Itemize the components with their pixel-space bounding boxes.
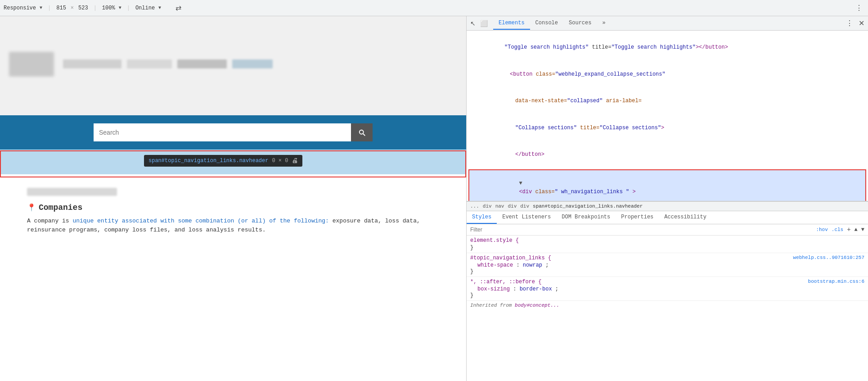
breadcrumb-ellipsis[interactable]: ... (470, 204, 479, 209)
styles-cls-button[interactable]: .cls (832, 227, 843, 232)
breadcrumb-div2[interactable]: div (508, 204, 517, 209)
devtools-close-button[interactable]: ✕ (857, 18, 866, 28)
selected-element-block: ▼ <div class=" wh_navigation_links " > .… (468, 169, 866, 201)
styles-filter-input[interactable] (470, 227, 812, 233)
toolbar-right: ⋮ (854, 3, 864, 13)
styles-panel-wrapper: Styles Event Listeners DOM Breakpoints P… (467, 211, 868, 381)
element-tooltip: span#topic_navigation_links.navheader 0 … (144, 155, 302, 167)
search-icon (358, 128, 366, 136)
preview-top-navigation (0, 16, 466, 115)
blurred-nav-4 (232, 59, 273, 68)
search-button[interactable] (351, 123, 373, 141)
preview-inner: span#topic_navigation_links.navheader 0 … (0, 16, 466, 381)
styles-scroll-down[interactable]: ▼ (861, 227, 864, 233)
breadcrumb-div1[interactable]: div (483, 204, 492, 209)
breadcrumb-nav[interactable]: nav (495, 204, 504, 209)
css-rule-header-universal: *, ::after, ::before { bootstrap.min.css… (470, 279, 864, 286)
css-rule-universal: *, ::after, ::before { bootstrap.min.css… (467, 277, 868, 301)
device-icon[interactable]: ⬜ (478, 18, 490, 29)
css-rules-panel: element.style { } #topic_navigation_link… (467, 236, 868, 381)
html-line[interactable]: "Toggle search highlights" title="Toggle… (467, 34, 868, 61)
css-source-link-universal[interactable]: bootstrap.min.css:6 (808, 279, 864, 286)
blurred-nav-3 (177, 59, 227, 68)
css-property-box-sizing: box-sizing : border-box ; (470, 286, 864, 292)
print-icon: 🖨 (292, 157, 298, 164)
online-label: Online (135, 5, 155, 11)
html-line[interactable]: <button class="webhelp_expand_collapse_s… (467, 61, 868, 88)
tab-console[interactable]: Console (530, 17, 563, 30)
css-inherited-source[interactable]: body#concept... (515, 303, 559, 308)
highlight-text: unique entity associated with some combi… (72, 218, 329, 224)
breadcrumb-current: span#topic_navigation_links.navheader (533, 204, 643, 209)
tab-elements[interactable]: Elements (493, 17, 530, 30)
inspector-icon[interactable]: ↖ (468, 18, 477, 29)
css-closing-brace: } (470, 268, 864, 275)
devtools-toolbar: Responsive ▼ | 815 × 523 | 100% ▼ | Onli… (0, 0, 868, 16)
css-inherited-label: Inherited from body#concept... (467, 301, 868, 310)
html-panel-wrapper: "Toggle search highlights" title="Toggle… (467, 31, 868, 201)
blurred-nav-1 (63, 59, 121, 68)
css-closing-brace-universal: } (470, 292, 864, 299)
companies-text: A company is unique entity associated wi… (27, 217, 439, 234)
styles-hov-button[interactable]: :hov (816, 227, 828, 232)
map-pin-icon: 📍 (27, 203, 36, 212)
html-line[interactable]: </button> (467, 141, 868, 168)
preview-content-area: 📍 Companies A company is unique entity a… (0, 174, 466, 248)
tooltip-dimensions: 0 × 0 (272, 158, 288, 164)
css-rule-header: #topic_navigation_links { webhelp.css..9… (470, 255, 864, 262)
breadcrumb-bar: ... div nav div div span#topic_navigatio… (467, 201, 868, 211)
blurred-logo (9, 52, 54, 77)
devtools-icons: ↖ ⬜ (468, 18, 490, 29)
search-input[interactable] (94, 123, 351, 141)
html-line-selected[interactable]: ▼ <div class=" wh_navigation_links " > (469, 170, 865, 201)
styles-filter-bar: :hov .cls + ▲ ▼ (467, 224, 868, 236)
sub-tab-properties[interactable]: Properties (616, 211, 659, 224)
css-closing-brace: } (470, 245, 864, 251)
sub-tab-event-listeners[interactable]: Event Listeners (497, 211, 556, 224)
css-selector-universal: *, ::after, ::before { (470, 279, 541, 285)
main-container: span#topic_navigation_links.navheader 0 … (0, 16, 868, 381)
sub-tab-styles[interactable]: Styles (467, 211, 497, 224)
css-selector: element.style { (470, 237, 864, 244)
responsive-label: Responsive (4, 5, 36, 11)
companies-heading: 📍 Companies (27, 203, 439, 212)
tooltip-selector: span#topic_navigation_links.navheader (148, 158, 268, 164)
search-input-wrapper (94, 123, 373, 141)
height-value: 523 (78, 5, 88, 11)
css-property-white-space: white-space : nowrap ; (470, 262, 864, 268)
styles-add-rule-button[interactable]: + (847, 226, 850, 233)
rotate-button[interactable]: ⇄ (174, 3, 183, 13)
toolbar-more-button[interactable]: ⋮ (854, 3, 864, 13)
styles-scroll-up[interactable]: ▲ (855, 227, 858, 233)
css-rule-topic-nav: #topic_navigation_links { webhelp.css..9… (467, 253, 868, 277)
preview-subbar: span#topic_navigation_links.navheader 0 … (0, 150, 466, 174)
css-selector-topic-nav: #topic_navigation_links { (470, 255, 551, 261)
html-line[interactable]: "Collapse sections" title="Collapse sect… (467, 115, 868, 142)
devtools-options-button[interactable]: ⋮ (844, 18, 855, 28)
html-line[interactable]: data-next-state="collapsed" aria-label= (467, 88, 868, 115)
devtools-tab-bar: ↖ ⬜ Elements Console Sources » ⋮ ✕ (467, 16, 868, 31)
companies-title: Companies (39, 203, 82, 212)
html-panel: "Toggle search highlights" title="Toggle… (467, 31, 868, 201)
tab-sources[interactable]: Sources (563, 17, 597, 30)
preview-pane: span#topic_navigation_links.navheader 0 … (0, 16, 467, 381)
dimension-x: × (71, 5, 74, 11)
breadcrumb-div3[interactable]: div (520, 204, 529, 209)
tab-more[interactable]: » (597, 17, 611, 30)
blurred-nav-2 (127, 59, 172, 68)
zoom-value: 100% (102, 5, 115, 11)
sub-tab-dom-breakpoints[interactable]: DOM Breakpoints (556, 211, 616, 224)
blurred-breadcrumb (27, 188, 117, 196)
responsive-arrow: ▼ (40, 5, 42, 10)
sub-tab-bar: Styles Event Listeners DOM Breakpoints P… (467, 211, 868, 224)
css-rule-element-style: element.style { } (467, 236, 868, 253)
sub-tab-accessibility[interactable]: Accessibility (659, 211, 712, 224)
preview-search-bar (0, 115, 466, 150)
online-arrow: ▼ (158, 5, 161, 10)
width-value: 815 (56, 5, 66, 11)
devtools-pane: ↖ ⬜ Elements Console Sources » ⋮ ✕ (467, 16, 868, 381)
css-source-link-topic-nav[interactable]: webhelp.css..9071610:257 (793, 255, 864, 262)
zoom-arrow: ▼ (119, 5, 121, 10)
